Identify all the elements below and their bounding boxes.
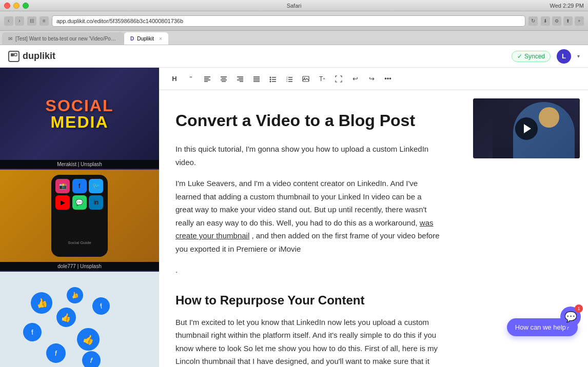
- tab-bar: ✉ [Test] Want to beta-test our new 'Vide…: [0, 31, 588, 45]
- toolbar-format-clear[interactable]: T×: [315, 72, 329, 86]
- logo[interactable]: duplikit: [8, 51, 55, 62]
- svg-rect-0: [11, 53, 14, 56]
- toolbar-justify[interactable]: [249, 72, 264, 86]
- social-media-image: SOCIAL MEDIA: [0, 68, 159, 160]
- back-button[interactable]: ‹: [4, 16, 13, 26]
- tab-gmail[interactable]: ✉ [Test] Want to beta-test our new 'Vide…: [2, 32, 124, 45]
- toolbar-align-center[interactable]: [217, 72, 231, 86]
- synced-badge: ✓ Synced: [512, 51, 551, 62]
- editor-dot: .: [175, 263, 440, 277]
- url-text: app.duplikit.co/editor/5f3598686b3c14000…: [56, 18, 183, 24]
- traffic-lights: [4, 3, 29, 9]
- share-icon[interactable]: ⬆: [563, 16, 573, 26]
- fb-buttons-image: 👍 👍 f 👍 f f 👍 f: [0, 272, 159, 367]
- close-button[interactable]: [4, 3, 10, 9]
- refresh-button[interactable]: ↻: [528, 16, 538, 26]
- editor-title: Convert a Video to a Blog Post: [175, 111, 440, 130]
- sidebar: SOCIAL MEDIA Merakist | Unsplash 📸 f 🐦: [0, 68, 159, 367]
- toolbar-bullet-list[interactable]: [266, 72, 280, 86]
- reader-view[interactable]: ≡: [40, 16, 49, 26]
- chat-icon: 💬: [564, 311, 577, 323]
- tab-label-gmail: [Test] Want to beta-test our new 'Video/…: [15, 36, 118, 42]
- download-icon[interactable]: ⬇: [541, 16, 550, 26]
- tab-duplikit[interactable]: D Duplikit ×: [124, 32, 168, 45]
- phone-image: 📸 f 🐦 ▶ 💬 in Social Guide: [0, 170, 159, 262]
- toolbar-heading[interactable]: H: [167, 72, 182, 86]
- newtab-icon[interactable]: +: [575, 16, 584, 26]
- toolbar-align-left[interactable]: [200, 72, 214, 86]
- chat-button-text: How can we help?: [515, 323, 570, 331]
- synced-icon: ✓: [517, 53, 522, 60]
- chat-container: How can we help? 💬 1: [560, 307, 581, 327]
- browser-chrome: ‹ › ⊟ ≡ app.duplikit.co/editor/5f3598686…: [0, 11, 588, 31]
- editor-paragraph-3: But I'm excited to let you know that Lin…: [175, 316, 440, 367]
- sidebar-toggle[interactable]: ⊟: [27, 16, 36, 26]
- toolbar-align-right[interactable]: [233, 72, 247, 86]
- logo-icon: [8, 51, 19, 62]
- toolbar-undo[interactable]: ↩: [348, 72, 362, 86]
- editor-toolbar: H " 1.2.3.: [159, 68, 588, 90]
- browser-nav: ‹ ›: [4, 16, 24, 26]
- svg-text:3.: 3.: [286, 80, 288, 83]
- svg-point-31: [304, 77, 305, 78]
- user-avatar[interactable]: L: [557, 49, 571, 64]
- section-heading: How to Repurpose Your Content: [175, 293, 440, 308]
- play-icon: [524, 124, 531, 133]
- svg-rect-1: [14, 53, 17, 56]
- svg-point-20: [270, 78, 271, 80]
- main-content: SOCIAL MEDIA Merakist | Unsplash 📸 f 🐦: [0, 68, 588, 367]
- synced-label: Synced: [524, 53, 545, 60]
- titlebar-right: Wed 2:29 PM: [550, 3, 584, 9]
- svg-point-22: [270, 80, 271, 82]
- maximize-button[interactable]: [23, 3, 29, 9]
- sidebar-image-3: 👍 👍 f 👍 f f 👍 f: [0, 272, 159, 367]
- toolbar-fullscreen[interactable]: [331, 72, 346, 86]
- titlebar-center: Safari: [287, 3, 302, 9]
- toolbar-image[interactable]: [299, 72, 313, 86]
- titlebar: Safari Wed 2:29 PM: [0, 0, 588, 11]
- browser-actions: ⬇ ⚙ ⬆ +: [541, 16, 584, 26]
- toolbar-numbered-list[interactable]: 1.2.3.: [282, 72, 297, 86]
- play-button[interactable]: [515, 117, 538, 140]
- tab-label-duplikit: Duplikit: [137, 36, 154, 42]
- minimize-button[interactable]: [13, 3, 19, 9]
- editor-main: Convert a Video to a Blog Post In this q…: [159, 90, 465, 367]
- app-header: duplikit ✓ Synced L ▾: [0, 45, 588, 68]
- dropdown-arrow[interactable]: ▾: [577, 53, 580, 59]
- svg-point-18: [270, 76, 271, 78]
- video-thumbnail[interactable]: [473, 98, 580, 158]
- sidebar-image-2: 📸 f 🐦 ▶ 💬 in Social Guide dole777 | Unsp…: [0, 170, 159, 272]
- toolbar-more[interactable]: •••: [381, 72, 395, 86]
- tab-favicon-gmail: ✉: [8, 36, 12, 42]
- tab-favicon-duplikit: D: [130, 36, 134, 42]
- image1-caption: Merakist | Unsplash: [0, 160, 159, 169]
- svg-rect-30: [303, 76, 309, 81]
- sidebar-image-1: SOCIAL MEDIA Merakist | Unsplash: [0, 68, 159, 170]
- paragraph2-text: I'm Luke Seavers, and I'm a video conten…: [175, 179, 427, 227]
- editor-paragraph-2: I'm Luke Seavers, and I'm a video conten…: [175, 177, 440, 255]
- system-time: Wed 2:29 PM: [550, 3, 584, 9]
- toolbar-quote[interactable]: ": [184, 72, 198, 86]
- chat-badge: 1: [575, 304, 583, 313]
- logo-text: duplikit: [23, 51, 55, 62]
- forward-button[interactable]: ›: [15, 16, 24, 26]
- settings-icon[interactable]: ⚙: [552, 16, 561, 26]
- tab-close-duplikit[interactable]: ×: [159, 36, 162, 42]
- image2-caption: dole777 | Unsplash: [0, 262, 159, 271]
- user-initial: L: [562, 52, 566, 60]
- chat-icon-button[interactable]: 💬 1: [560, 307, 581, 327]
- address-bar[interactable]: app.duplikit.co/editor/5f3598686b3c14000…: [52, 15, 525, 27]
- app-container: duplikit ✓ Synced L ▾ SOCIAL MEDIA Merak…: [0, 45, 588, 367]
- editor-paragraph-1: In this quick tutorial, I'm gonna show y…: [175, 142, 440, 169]
- toolbar-redo[interactable]: ↪: [364, 72, 379, 86]
- app-name: Safari: [287, 3, 302, 9]
